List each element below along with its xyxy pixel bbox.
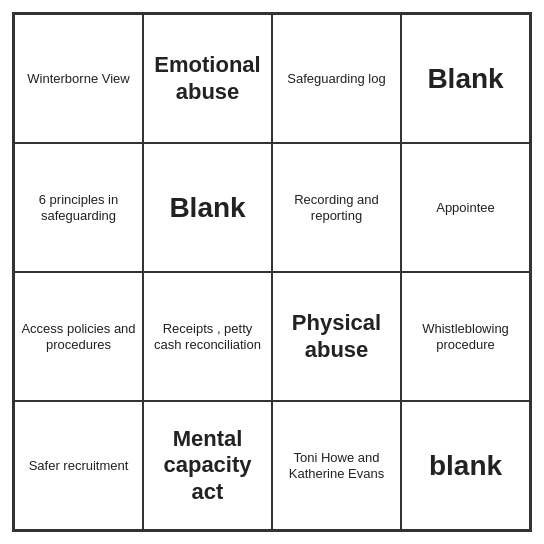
bingo-cell-r2c1: Receipts , petty cash reconciliation [143,272,272,401]
bingo-cell-r1c0: 6 principles in safeguarding [14,143,143,272]
bingo-cell-r2c3: Whistleblowing procedure [401,272,530,401]
cell-label: blank [429,449,502,483]
cell-label: Whistleblowing procedure [408,321,523,352]
cell-label: Safeguarding log [287,71,385,87]
cell-label: Blank [427,62,503,96]
cell-label: 6 principles in safeguarding [21,192,136,223]
bingo-card: Winterborne ViewEmotional abuseSafeguard… [12,12,532,532]
bingo-cell-r2c0: Access policies and procedures [14,272,143,401]
cell-label: Mental capacity act [150,426,265,505]
cell-label: Access policies and procedures [21,321,136,352]
cell-label: Winterborne View [27,71,129,87]
bingo-cell-r1c3: Appointee [401,143,530,272]
bingo-cell-r3c0: Safer recruitment [14,401,143,530]
cell-label: Receipts , petty cash reconciliation [150,321,265,352]
cell-label: Physical abuse [279,310,394,363]
bingo-cell-r1c1: Blank [143,143,272,272]
bingo-cell-r1c2: Recording and reporting [272,143,401,272]
bingo-cell-r0c2: Safeguarding log [272,14,401,143]
bingo-cell-r0c0: Winterborne View [14,14,143,143]
cell-label: Appointee [436,200,495,216]
bingo-cell-r3c1: Mental capacity act [143,401,272,530]
cell-label: Recording and reporting [279,192,394,223]
bingo-cell-r3c3: blank [401,401,530,530]
cell-label: Emotional abuse [150,52,265,105]
cell-label: Toni Howe and Katherine Evans [279,450,394,481]
bingo-cell-r0c3: Blank [401,14,530,143]
cell-label: Safer recruitment [29,458,129,474]
bingo-cell-r0c1: Emotional abuse [143,14,272,143]
bingo-cell-r3c2: Toni Howe and Katherine Evans [272,401,401,530]
cell-label: Blank [169,191,245,225]
bingo-cell-r2c2: Physical abuse [272,272,401,401]
